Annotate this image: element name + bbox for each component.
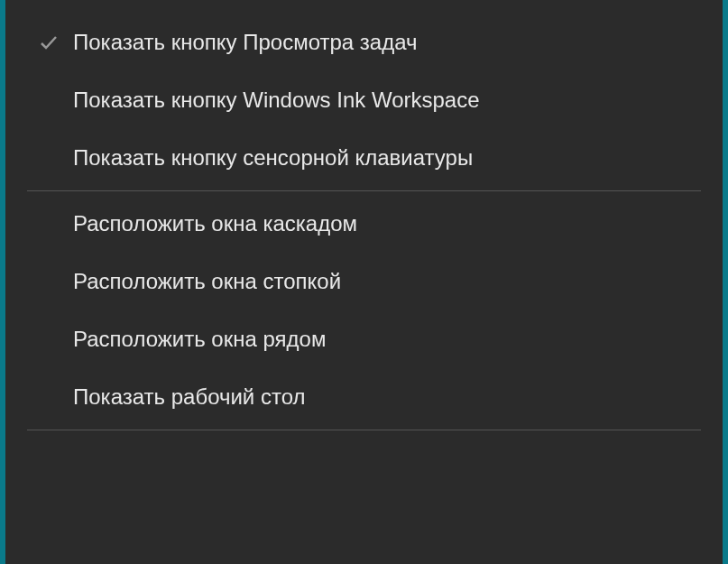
menu-item-label: Показать кнопку Windows Ink Workspace	[73, 88, 480, 113]
menu-item-show-desktop[interactable]: Показать рабочий стол	[5, 368, 723, 426]
menu-item-stack-windows[interactable]: Расположить окна стопкой	[5, 253, 723, 310]
menu-item-label: Показать кнопку Просмотра задач	[73, 30, 418, 55]
menu-item-touch-keyboard[interactable]: Показать кнопку сенсорной клавиатуры	[5, 129, 723, 187]
menu-separator	[27, 430, 701, 430]
menu-item-label: Показать кнопку сенсорной клавиатуры	[73, 145, 473, 171]
check-icon	[23, 32, 73, 53]
menu-item-label: Расположить окна рядом	[73, 327, 326, 352]
menu-item-label: Расположить окна стопкой	[73, 269, 341, 294]
menu-item-side-by-side[interactable]: Расположить окна рядом	[5, 310, 723, 368]
menu-separator	[27, 190, 701, 191]
menu-item-windows-ink-workspace[interactable]: Показать кнопку Windows Ink Workspace	[5, 71, 723, 129]
taskbar-context-menu: Показать кнопку Просмотра задач Показать…	[5, 0, 723, 564]
menu-item-cascade-windows[interactable]: Расположить окна каскадом	[5, 195, 723, 253]
menu-item-label: Расположить окна каскадом	[73, 211, 357, 236]
menu-item-label: Показать рабочий стол	[73, 384, 305, 410]
menu-item-task-view-button[interactable]: Показать кнопку Просмотра задач	[5, 14, 723, 71]
